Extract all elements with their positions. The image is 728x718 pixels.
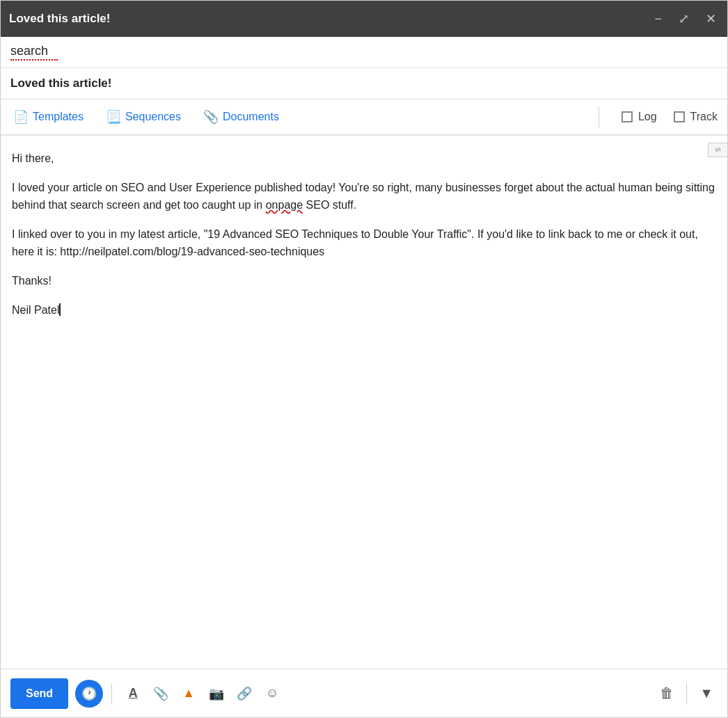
attach-button[interactable]: 📎 xyxy=(148,681,173,706)
more-options-button[interactable]: ▼ xyxy=(695,681,718,705)
subject-bar: Loved this article! xyxy=(1,68,727,99)
sequences-label: Sequences xyxy=(125,111,181,123)
photo-button[interactable]: 📷 xyxy=(204,681,229,706)
drive-button[interactable]: ▲ xyxy=(176,681,201,706)
compose-toolbar: 📄 Templates 📃 Sequences 📎 Documents Log … xyxy=(1,99,727,136)
photo-icon: 📷 xyxy=(209,686,224,701)
subject-text: Loved this article! xyxy=(10,77,111,90)
search-bar xyxy=(1,37,727,68)
title-bar-controls: − ⤢ ✕ xyxy=(651,10,719,28)
bottom-divider-2 xyxy=(686,683,687,704)
emoji-icon: ☺ xyxy=(266,686,278,701)
track-label: Track xyxy=(690,111,718,123)
close-button[interactable]: ✕ xyxy=(703,10,719,28)
log-checkbox-item[interactable]: Log xyxy=(622,111,657,123)
bottom-divider-1 xyxy=(111,683,112,704)
title-bar: Loved this article! − ⤢ ✕ xyxy=(1,1,727,37)
emoji-button[interactable]: ☺ xyxy=(260,681,285,706)
schedule-icon: 🕐 xyxy=(81,686,97,701)
maximize-button[interactable]: ⤢ xyxy=(676,10,692,28)
body-paragraph2: I linked over to you in my latest articl… xyxy=(12,225,716,261)
templates-button[interactable]: 📄 Templates xyxy=(10,108,86,126)
compose-body[interactable]: s Hi there, I loved your article on SEO … xyxy=(1,136,727,669)
email-compose-window: Loved this article! − ⤢ ✕ Loved this art… xyxy=(0,0,728,718)
body-paragraph1: I loved your article on SEO and User Exp… xyxy=(12,179,716,214)
templates-label: Templates xyxy=(33,111,84,123)
body-signature: Neil Patel xyxy=(12,301,716,319)
text-format-button[interactable]: A xyxy=(120,681,145,706)
body-greeting: Hi there, xyxy=(12,150,716,168)
more-icon: ▼ xyxy=(699,685,713,701)
misspelled-word: onpage xyxy=(266,199,303,211)
side-tab: s xyxy=(708,143,727,157)
documents-icon: 📎 xyxy=(203,109,219,125)
link-button[interactable]: 🔗 xyxy=(232,681,257,706)
delete-button[interactable]: 🗑 xyxy=(656,681,678,705)
track-checkbox[interactable] xyxy=(674,111,685,122)
sequences-icon: 📃 xyxy=(106,109,121,125)
toolbar-divider xyxy=(599,106,599,127)
delete-icon: 🗑 xyxy=(660,685,674,701)
body-paragraph3: Thanks! xyxy=(12,272,716,290)
drive-icon: ▲ xyxy=(182,686,195,701)
log-checkbox[interactable] xyxy=(622,111,633,122)
attach-icon: 📎 xyxy=(153,686,168,701)
schedule-send-button[interactable]: 🕐 xyxy=(75,680,103,708)
send-button[interactable]: Send xyxy=(10,678,68,709)
log-label: Log xyxy=(638,111,657,123)
search-underline xyxy=(10,59,58,61)
link-icon: 🔗 xyxy=(237,686,252,701)
text-format-icon: A xyxy=(129,686,138,701)
documents-button[interactable]: 📎 Documents xyxy=(200,108,282,126)
templates-icon: 📄 xyxy=(13,109,29,125)
minimize-button[interactable]: − xyxy=(651,10,665,28)
window-title: Loved this article! xyxy=(9,12,110,26)
documents-label: Documents xyxy=(223,111,279,123)
track-checkbox-item[interactable]: Track xyxy=(674,111,718,123)
bottom-toolbar: Send 🕐 A 📎 ▲ 📷 🔗 ☺ 🗑 ▼ xyxy=(1,669,727,717)
cursor xyxy=(59,303,61,316)
search-input[interactable] xyxy=(10,44,718,58)
sequences-button[interactable]: 📃 Sequences xyxy=(103,108,184,126)
